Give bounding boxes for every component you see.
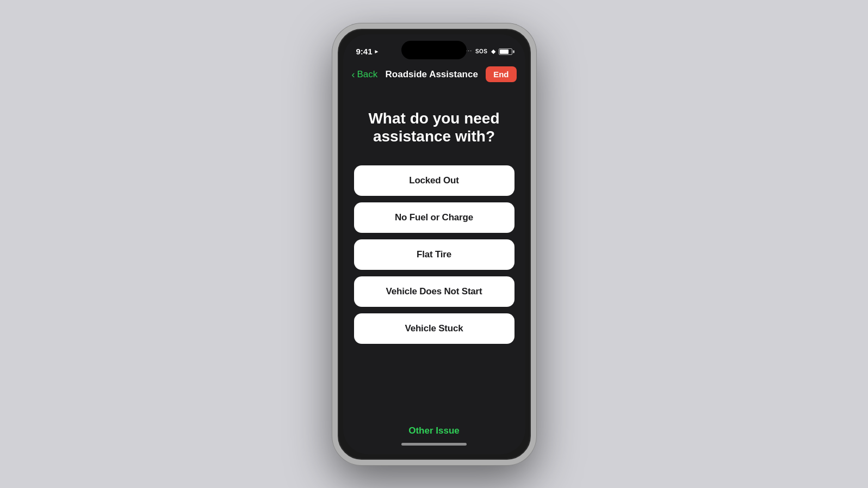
- home-indicator: [401, 443, 467, 446]
- back-button[interactable]: ‹ Back: [352, 69, 378, 80]
- chevron-left-icon: ‹: [352, 70, 355, 79]
- back-label: Back: [357, 69, 378, 80]
- phone-device: 9:41 ► ⋅⋅⋅ SOS ◆ ‹ Back Roadsi: [332, 23, 536, 465]
- phone-frame: 9:41 ► ⋅⋅⋅ SOS ◆ ‹ Back Roadsi: [332, 23, 536, 465]
- options-list: Locked Out No Fuel or Charge Flat Tire V…: [354, 165, 514, 344]
- end-button[interactable]: End: [486, 66, 516, 82]
- question-line1: What do you need: [368, 110, 499, 127]
- status-time: 9:41 ►: [356, 47, 380, 56]
- navigation-bar: ‹ Back Roadside Assistance End: [343, 61, 525, 88]
- main-content: What do you need assistance with? Locked…: [343, 88, 525, 417]
- battery-fill: [500, 50, 509, 54]
- question-line2: assistance with?: [373, 128, 495, 145]
- option-flat-tire[interactable]: Flat Tire: [354, 239, 514, 270]
- option-locked-out[interactable]: Locked Out: [354, 165, 514, 196]
- other-issue-button[interactable]: Other Issue: [408, 425, 460, 436]
- location-icon: ►: [374, 48, 380, 54]
- option-vehicle-stuck[interactable]: Vehicle Stuck: [354, 313, 514, 344]
- page-title: Roadside Assistance: [386, 69, 478, 80]
- sos-label: SOS: [475, 48, 488, 54]
- status-right-icons: ⋅⋅⋅ SOS ◆: [466, 48, 512, 55]
- assistance-question: What do you need assistance with?: [368, 109, 499, 146]
- battery-icon: [499, 48, 512, 55]
- option-does-not-start[interactable]: Vehicle Does Not Start: [354, 276, 514, 307]
- option-no-fuel[interactable]: No Fuel or Charge: [354, 202, 514, 233]
- bottom-area: Other Issue: [343, 417, 525, 454]
- time-display: 9:41: [356, 47, 373, 56]
- phone-screen: 9:41 ► ⋅⋅⋅ SOS ◆ ‹ Back Roadsi: [343, 34, 525, 454]
- signal-icon: ◆: [491, 48, 495, 55]
- dynamic-island: [401, 41, 467, 59]
